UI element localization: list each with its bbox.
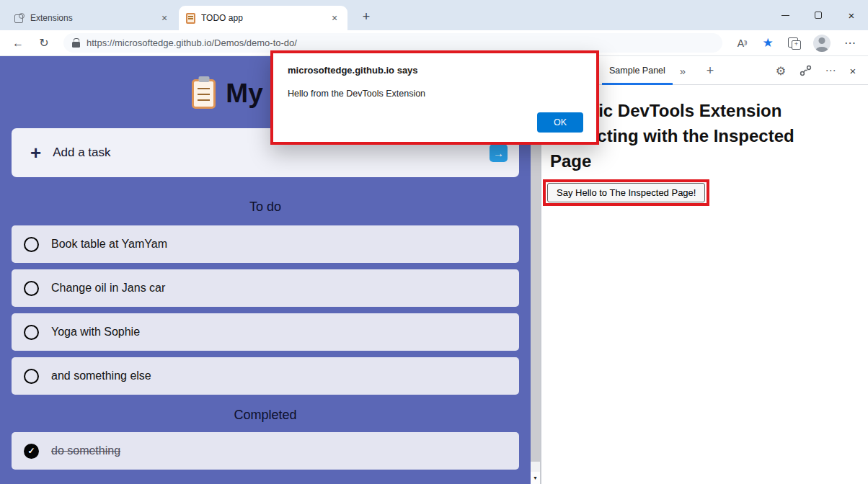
tab-close-icon[interactable]: × <box>329 12 340 24</box>
minimize-icon <box>781 15 789 16</box>
plus-icon: + <box>30 143 41 162</box>
todo-task-list: Book table at YamYam Change oil in Jans … <box>0 225 531 470</box>
window-controls: × <box>769 0 868 30</box>
collections-icon[interactable] <box>787 37 801 50</box>
connected-nodes-icon[interactable] <box>797 56 815 85</box>
new-tab-button[interactable]: + <box>356 6 376 27</box>
tab-close-icon[interactable]: × <box>159 12 170 24</box>
todo-section-heading: To do <box>0 200 531 215</box>
task-checkbox[interactable] <box>24 369 39 384</box>
devtools-more-icon[interactable]: ⋯ <box>823 56 838 85</box>
scroll-down-arrow-icon[interactable]: ▼ <box>531 472 540 484</box>
task-row[interactable]: Yoga with Sophie <box>12 313 519 351</box>
task-row[interactable]: Change oil in Jans car <box>12 269 519 307</box>
tab-extensions-title: Extensions <box>30 13 153 23</box>
profile-avatar[interactable] <box>813 35 831 52</box>
add-task-label: Add a task <box>53 145 110 160</box>
annotation-highlight-box: Say Hello to The Inspected Page! <box>543 179 709 206</box>
task-checkbox-checked[interactable]: ✓ <box>24 444 39 459</box>
arrow-right-icon: → <box>493 147 504 159</box>
maximize-button[interactable] <box>802 0 835 30</box>
back-button[interactable]: ← <box>7 37 29 50</box>
completed-section-heading: Completed <box>0 408 531 424</box>
maximize-icon <box>815 12 822 19</box>
task-label: and something else <box>51 369 151 382</box>
task-row-completed[interactable]: ✓ do something <box>12 432 519 470</box>
tab-strip: Extensions × TODO app × + × <box>0 0 868 30</box>
say-hello-button[interactable]: Say Hello to The Inspected Page! <box>547 183 705 202</box>
check-icon: ✓ <box>27 446 35 456</box>
dialog-message: Hello from the DevTools Extension <box>288 89 582 99</box>
tab-extensions[interactable]: Extensions × <box>7 6 177 30</box>
task-row[interactable]: and something else <box>12 357 519 395</box>
task-row[interactable]: Book table at YamYam <box>12 225 519 263</box>
task-label: Book table at YamYam <box>51 238 167 251</box>
address-bar[interactable]: https://microsoftedge.github.io/Demos/de… <box>63 33 722 53</box>
minimize-button[interactable] <box>769 0 802 30</box>
devtools-add-icon[interactable]: + <box>701 56 719 85</box>
favorites-star-icon[interactable]: ★ <box>757 35 779 50</box>
heading-line: Page <box>550 148 859 174</box>
lock-icon <box>72 38 80 48</box>
dialog-title: microsoftedge.github.io says <box>288 65 582 76</box>
alert-dialog: microsoftedge.github.io says Hello from … <box>270 50 599 145</box>
task-checkbox[interactable] <box>24 325 39 340</box>
task-label: Change oil in Jans car <box>51 282 165 295</box>
browser-window: Extensions × TODO app × + × ← ↻ https://… <box>0 0 868 484</box>
task-checkbox[interactable] <box>24 237 39 252</box>
browser-more-icon[interactable]: ⋯ <box>839 36 861 50</box>
more-tabs-icon[interactable]: » <box>674 56 691 85</box>
task-label: do something <box>51 444 120 457</box>
extensions-favicon-icon <box>14 13 25 23</box>
todo-favicon-icon <box>186 13 195 24</box>
devtools-tab-sample-panel[interactable]: Sample Panel <box>602 56 673 85</box>
task-checkbox[interactable] <box>24 281 39 296</box>
url-text[interactable]: https://microsoftedge.github.io/Demos/de… <box>87 37 297 48</box>
tab-todo-title: TODO app <box>201 13 323 23</box>
dialog-ok-button[interactable]: OK <box>537 112 583 133</box>
devtools-settings-gear-icon[interactable]: ⚙ <box>772 56 789 85</box>
clipboard-icon <box>192 79 216 109</box>
tab-todo-app[interactable]: TODO app × <box>179 6 347 30</box>
task-label: Yoga with Sophie <box>51 326 140 339</box>
read-aloud-icon[interactable]: A <box>731 37 753 49</box>
window-close-button[interactable]: × <box>835 0 868 30</box>
refresh-button[interactable]: ↻ <box>33 36 55 50</box>
close-icon: × <box>849 9 855 22</box>
devtools-close-icon[interactable]: × <box>844 56 862 85</box>
add-task-submit-button[interactable]: → <box>490 144 508 162</box>
